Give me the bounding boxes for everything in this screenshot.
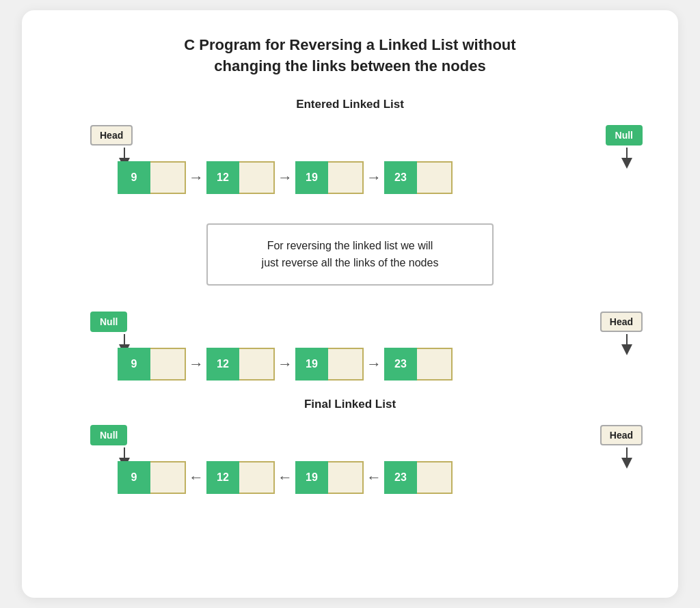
explanation-box: For reversing the linked list we will ju… xyxy=(206,223,494,286)
node-9-2: 9 xyxy=(118,348,186,381)
node-12-1: 12 xyxy=(206,161,275,194)
mid-arrow-1: → xyxy=(189,355,204,373)
diagram-middle: Null Head 9 → 12 xyxy=(49,310,651,385)
main-card: C Program for Reversing a Linked List wi… xyxy=(22,10,678,598)
node-12-2: 12 xyxy=(206,348,275,381)
node-19-2: 19 xyxy=(295,348,364,381)
arrow-3-4: → xyxy=(366,169,381,186)
final-arrow-3: ← xyxy=(366,469,381,486)
node-9-3: 9 xyxy=(118,461,186,494)
arrow-1-2: → xyxy=(189,169,204,186)
null-label-3: Null xyxy=(90,425,127,445)
final-arrow-1: ← xyxy=(189,469,204,486)
node-19-3: 19 xyxy=(295,461,364,494)
node-9-1: 9 xyxy=(118,161,186,194)
node-23-2: 23 xyxy=(384,348,453,381)
section-label-entered: Entered Linked List xyxy=(49,98,651,111)
diagram-final: Null Head 9 xyxy=(49,424,651,499)
null-label-2: Null xyxy=(90,312,127,332)
section-label-final: Final Linked List xyxy=(49,398,651,411)
node-12-3: 12 xyxy=(206,461,275,494)
arrow-2-3: → xyxy=(278,169,293,186)
node-23-3: 23 xyxy=(384,461,453,494)
node-23-1: 23 xyxy=(384,161,453,194)
head-label-1: Head xyxy=(90,125,133,146)
head-label-3: Head xyxy=(600,425,643,445)
page-title: C Program for Reversing a Linked List wi… xyxy=(49,35,651,77)
final-arrow-2: ← xyxy=(278,469,293,486)
head-label-2: Head xyxy=(600,312,643,332)
mid-arrow-3: → xyxy=(366,355,381,373)
diagram-entered: Head Null 9 → xyxy=(49,124,651,199)
null-label-1: Null xyxy=(606,125,643,146)
node-19-1: 19 xyxy=(295,161,364,194)
mid-arrow-2: → xyxy=(278,355,293,373)
